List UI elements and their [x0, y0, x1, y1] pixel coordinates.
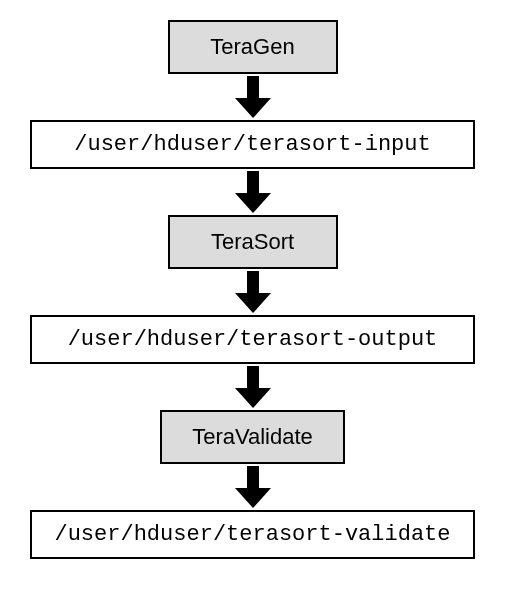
teravalidate-step: TeraValidate — [160, 410, 345, 464]
arrow-down-icon — [235, 466, 271, 508]
terasort-input-path: /user/hduser/terasort-input — [30, 120, 475, 169]
terasort-step: TeraSort — [168, 215, 338, 269]
arrow-down-icon — [235, 271, 271, 313]
terasort-validate-path: /user/hduser/terasort-validate — [30, 510, 475, 559]
terasort-output-path: /user/hduser/terasort-output — [30, 315, 475, 364]
arrow-down-icon — [235, 171, 271, 213]
arrow-down-icon — [235, 76, 271, 118]
teragen-step: TeraGen — [168, 20, 338, 74]
arrow-down-icon — [235, 366, 271, 408]
